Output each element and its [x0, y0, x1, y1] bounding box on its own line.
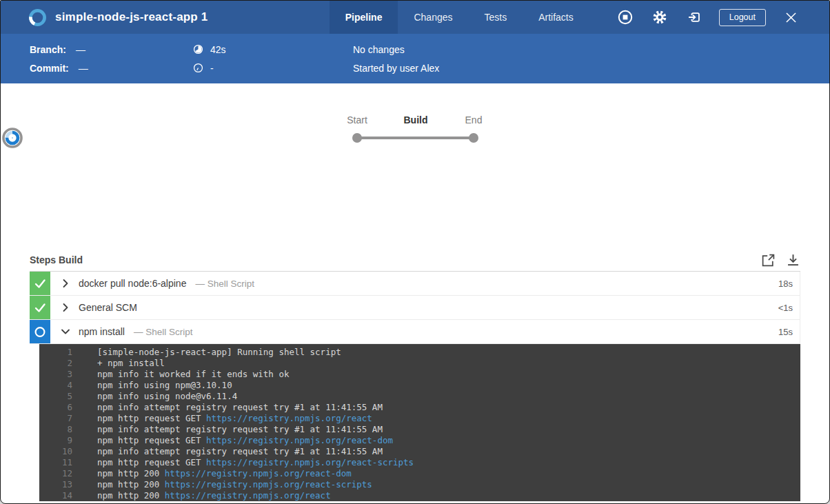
logout-button[interactable]: Logout: [719, 9, 766, 26]
console-link[interactable]: https://registry.npmjs.org/react-scripts: [165, 479, 372, 490]
graph-edge: [358, 137, 474, 139]
chevron-down-icon[interactable]: [60, 326, 71, 337]
graph-build-node-running-icon[interactable]: [1, 126, 24, 150]
console-text-segment: npm info it worked if it ends with ok: [97, 369, 289, 379]
console-line-number[interactable]: 2: [39, 358, 72, 369]
console-line: 4npm info using npm@3.10.10: [39, 380, 800, 391]
console-line-number[interactable]: 13: [39, 479, 72, 490]
console-text-segment: npm http request GET: [97, 435, 206, 445]
console-line: 8npm info attempt registry request try #…: [39, 424, 800, 435]
console-line: 1[simple-node-js-react-app] Running shel…: [39, 347, 800, 358]
console-line-number[interactable]: 8: [39, 424, 72, 435]
console-line-number[interactable]: 5: [39, 391, 72, 402]
console-link[interactable]: https://registry.npmjs.org/react-dom: [165, 468, 352, 478]
elapsed-time-icon: [192, 43, 204, 55]
console-line-number[interactable]: 12: [39, 468, 72, 479]
timing-column: 42s -: [192, 40, 226, 77]
console-text-segment: npm http 200: [97, 468, 165, 478]
run-duration: 42s: [210, 44, 226, 55]
top-bar: simple-node-js-react-app 1 PipelineChang…: [1, 1, 829, 34]
console-line: 3npm info it worked if it ends with ok: [39, 369, 800, 380]
console-link[interactable]: https://registry.npmjs.org/react-scripts: [206, 457, 414, 467]
console-line-number[interactable]: 4: [39, 380, 72, 391]
graph-end-node[interactable]: [469, 133, 478, 143]
blueocean-logo-icon[interactable]: [28, 8, 47, 27]
step-row[interactable]: docker pull node:6-alpine— Shell Script1…: [30, 272, 800, 296]
pipeline-graph: Start Build End: [1, 83, 829, 249]
step-row[interactable]: General SCM<1s: [30, 296, 800, 320]
console-line-text: [simple-node-js-react-app] Running shell…: [97, 347, 341, 358]
chevron-right-icon[interactable]: [60, 302, 71, 313]
console-line: 6npm info attempt registry request try #…: [39, 402, 800, 413]
console-text-segment: npm http request GET: [97, 457, 206, 467]
graph-start-node[interactable]: [352, 133, 362, 143]
console-line-number[interactable]: 6: [39, 402, 72, 413]
run-details-bar: Branch: — Commit: — 42s: [1, 34, 829, 83]
topbar-actions: Logout: [599, 9, 799, 26]
console-text-segment: npm info attempt registry request try #1…: [97, 446, 383, 456]
step-row[interactable]: npm install— Shell Script15s: [30, 320, 800, 344]
console-text-segment: npm info using npm@3.10.10: [97, 380, 232, 390]
step-type: — Shell Script: [195, 279, 254, 289]
exit-icon[interactable]: [686, 9, 702, 26]
console-line-text: npm http 200 https://registry.npmjs.org/…: [97, 468, 352, 479]
console-log[interactable]: 1[simple-node-js-react-app] Running shel…: [39, 344, 800, 501]
cause-column: No changes Started by user Alex: [353, 40, 439, 77]
step-label: General SCM: [79, 302, 137, 313]
console-line: 2+ npm install: [39, 358, 800, 369]
console-line-text: npm info it worked if it ends with ok: [97, 369, 289, 380]
console-text-segment: + npm install: [97, 358, 165, 368]
console-line: 9npm http request GET https://registry.n…: [39, 435, 800, 446]
close-icon[interactable]: [782, 9, 799, 26]
tab-tests[interactable]: Tests: [469, 1, 523, 34]
console-line-number[interactable]: 3: [39, 369, 72, 380]
console-line-text: npm http 200 https://registry.npmjs.org/…: [97, 490, 331, 501]
console-line-number[interactable]: 14: [39, 490, 72, 501]
step-duration: 15s: [778, 327, 793, 337]
step-type: — Shell Script: [134, 327, 193, 337]
console-text-segment: [simple-node-js-react-app] Running shell…: [97, 347, 341, 357]
console-line: 11npm http request GET https://registry.…: [39, 457, 800, 468]
console-line: 7npm http request GET https://registry.n…: [39, 413, 800, 424]
console-line-text: npm info using node@v6.11.4: [97, 391, 237, 402]
graph-label-end: End: [443, 114, 505, 125]
download-log-icon[interactable]: [785, 252, 800, 268]
console-line-number[interactable]: 1: [39, 347, 72, 358]
console-link[interactable]: https://registry.npmjs.org/react-dom: [206, 435, 393, 445]
run-title: simple-node-js-react-app 1: [55, 10, 208, 24]
console-line-number[interactable]: 9: [39, 435, 72, 446]
console-line: 10npm info attempt registry request try …: [39, 446, 800, 457]
steps-header: Steps Build: [30, 249, 800, 271]
console-line-text: npm http request GET https://registry.np…: [97, 435, 393, 446]
stop-icon[interactable]: [617, 9, 634, 26]
console-line-text: npm info attempt registry request try #1…: [97, 402, 383, 413]
console-text-segment: npm http 200: [97, 479, 165, 490]
tab-changes[interactable]: Changes: [398, 1, 468, 34]
tab-pipeline[interactable]: Pipeline: [330, 1, 398, 34]
changes-text: No changes: [353, 44, 405, 55]
step-label: docker pull node:6-alpine: [79, 278, 186, 289]
console-line: 12npm http 200 https://registry.npmjs.or…: [39, 468, 800, 479]
console-line-number[interactable]: 11: [39, 457, 72, 468]
clock-icon: [192, 62, 204, 74]
tab-artifacts[interactable]: Artifacts: [523, 1, 589, 34]
console-line: 5npm info using node@v6.11.4: [39, 391, 800, 402]
step-running-icon: [30, 320, 50, 343]
console-text-segment: npm http request GET: [97, 413, 206, 423]
console-line-text: npm http request GET https://registry.np…: [97, 413, 372, 424]
console-line-text: npm info attempt registry request try #1…: [97, 424, 383, 435]
blueocean-run-page: simple-node-js-react-app 1 PipelineChang…: [0, 0, 830, 504]
console-text-segment: npm info using node@v6.11.4: [97, 391, 237, 401]
console-link[interactable]: https://registry.npmjs.org/react: [206, 413, 372, 423]
chevron-right-icon[interactable]: [60, 278, 71, 289]
console-text-segment: npm http 200: [97, 490, 165, 501]
console-line-number[interactable]: 7: [39, 413, 72, 424]
console-line-number[interactable]: 10: [39, 446, 72, 457]
gear-icon[interactable]: [651, 9, 668, 26]
console-link[interactable]: https://registry.npmjs.org/react: [165, 490, 331, 501]
step-list: docker pull node:6-alpine— Shell Script1…: [30, 272, 800, 344]
open-log-icon[interactable]: [760, 252, 776, 268]
step-duration: <1s: [778, 303, 793, 313]
console-line: 14npm http 200 https://registry.npmjs.or…: [39, 490, 800, 501]
steps-section: Steps Build d: [30, 249, 800, 501]
